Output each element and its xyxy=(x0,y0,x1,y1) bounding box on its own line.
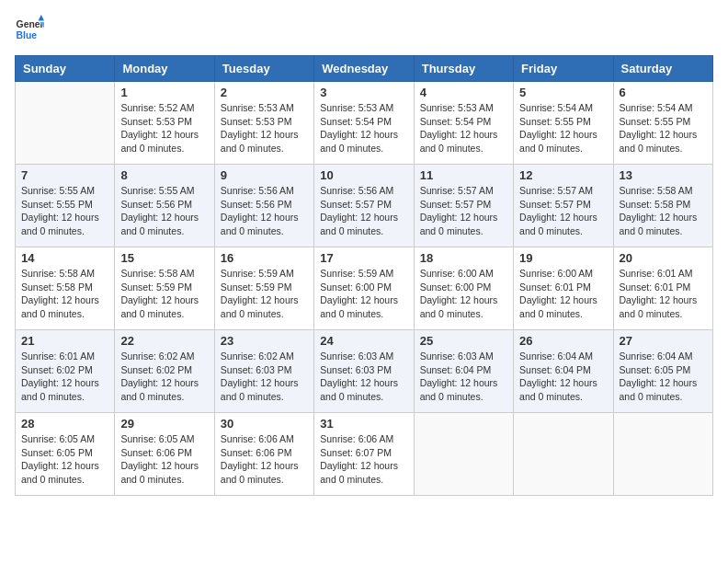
column-header-monday: Monday xyxy=(115,56,214,82)
day-number: 24 xyxy=(320,334,407,348)
calendar-cell: 2Sunrise: 5:53 AM Sunset: 5:53 PM Daylig… xyxy=(214,82,313,165)
calendar-cell: 10Sunrise: 5:56 AM Sunset: 5:57 PM Dayli… xyxy=(314,165,414,247)
calendar-cell: 6Sunrise: 5:54 AM Sunset: 5:55 PM Daylig… xyxy=(613,82,712,165)
calendar-cell: 28Sunrise: 6:05 AM Sunset: 6:05 PM Dayli… xyxy=(16,413,115,496)
day-info: Sunrise: 5:54 AM Sunset: 5:55 PM Dayligh… xyxy=(620,101,707,155)
day-info: Sunrise: 6:00 AM Sunset: 6:01 PM Dayligh… xyxy=(519,267,607,321)
day-info: Sunrise: 5:55 AM Sunset: 5:55 PM Dayligh… xyxy=(21,184,108,238)
day-info: Sunrise: 6:04 AM Sunset: 6:05 PM Dayligh… xyxy=(620,350,707,404)
day-number: 31 xyxy=(320,417,407,431)
calendar-cell: 4Sunrise: 5:53 AM Sunset: 5:54 PM Daylig… xyxy=(414,82,513,165)
calendar-cell: 23Sunrise: 6:02 AM Sunset: 6:03 PM Dayli… xyxy=(214,330,313,413)
day-number: 15 xyxy=(120,251,208,265)
day-number: 30 xyxy=(221,417,308,431)
calendar-cell: 19Sunrise: 6:00 AM Sunset: 6:01 PM Dayli… xyxy=(514,247,613,330)
column-header-sunday: Sunday xyxy=(16,56,115,82)
day-number: 12 xyxy=(519,168,607,182)
day-info: Sunrise: 5:58 AM Sunset: 5:59 PM Dayligh… xyxy=(120,267,208,321)
calendar-table: SundayMondayTuesdayWednesdayThursdayFrid… xyxy=(15,55,713,496)
day-number: 28 xyxy=(21,417,108,431)
day-info: Sunrise: 6:03 AM Sunset: 6:04 PM Dayligh… xyxy=(420,350,507,404)
day-number: 29 xyxy=(120,417,208,431)
day-info: Sunrise: 6:02 AM Sunset: 6:03 PM Dayligh… xyxy=(221,350,308,404)
calendar-cell: 22Sunrise: 6:02 AM Sunset: 6:02 PM Dayli… xyxy=(115,330,214,413)
day-info: Sunrise: 6:04 AM Sunset: 6:04 PM Dayligh… xyxy=(519,350,607,404)
day-number: 20 xyxy=(620,251,707,265)
calendar-cell xyxy=(414,413,513,496)
day-number: 21 xyxy=(21,334,108,348)
calendar-cell: 8Sunrise: 5:55 AM Sunset: 5:56 PM Daylig… xyxy=(115,165,214,247)
svg-text:General: General xyxy=(17,19,44,29)
calendar-cell: 13Sunrise: 5:58 AM Sunset: 5:58 PM Dayli… xyxy=(613,165,712,247)
day-info: Sunrise: 6:03 AM Sunset: 6:03 PM Dayligh… xyxy=(320,350,407,404)
day-info: Sunrise: 5:55 AM Sunset: 5:56 PM Dayligh… xyxy=(120,184,208,238)
day-number: 10 xyxy=(320,168,407,182)
calendar-cell xyxy=(613,413,712,496)
week-row-5: 28Sunrise: 6:05 AM Sunset: 6:05 PM Dayli… xyxy=(16,413,713,496)
day-number: 8 xyxy=(120,168,208,182)
calendar-cell: 21Sunrise: 6:01 AM Sunset: 6:02 PM Dayli… xyxy=(16,330,115,413)
day-number: 26 xyxy=(519,334,607,348)
day-info: Sunrise: 5:58 AM Sunset: 5:58 PM Dayligh… xyxy=(21,267,108,321)
day-number: 11 xyxy=(420,168,507,182)
calendar-cell: 24Sunrise: 6:03 AM Sunset: 6:03 PM Dayli… xyxy=(314,330,414,413)
day-info: Sunrise: 6:05 AM Sunset: 6:05 PM Dayligh… xyxy=(21,432,108,487)
logo: General Blue xyxy=(15,15,44,44)
day-number: 27 xyxy=(620,334,707,348)
day-info: Sunrise: 5:58 AM Sunset: 5:58 PM Dayligh… xyxy=(620,184,707,238)
calendar-cell: 29Sunrise: 6:05 AM Sunset: 6:06 PM Dayli… xyxy=(115,413,214,496)
day-info: Sunrise: 5:56 AM Sunset: 5:57 PM Dayligh… xyxy=(320,184,407,238)
week-row-1: 1Sunrise: 5:52 AM Sunset: 5:53 PM Daylig… xyxy=(16,82,713,165)
page-header: General Blue xyxy=(15,15,713,44)
day-number: 2 xyxy=(221,86,308,99)
day-info: Sunrise: 6:01 AM Sunset: 6:02 PM Dayligh… xyxy=(21,350,108,404)
day-info: Sunrise: 5:52 AM Sunset: 5:53 PM Dayligh… xyxy=(120,101,208,155)
calendar-cell: 5Sunrise: 5:54 AM Sunset: 5:55 PM Daylig… xyxy=(514,82,613,165)
svg-marker-2 xyxy=(39,15,44,20)
svg-text:Blue: Blue xyxy=(17,30,38,40)
column-header-tuesday: Tuesday xyxy=(214,56,313,82)
calendar-cell: 1Sunrise: 5:52 AM Sunset: 5:53 PM Daylig… xyxy=(115,82,214,165)
calendar-cell: 20Sunrise: 6:01 AM Sunset: 6:01 PM Dayli… xyxy=(613,247,712,330)
day-number: 18 xyxy=(420,251,507,265)
day-info: Sunrise: 5:54 AM Sunset: 5:55 PM Dayligh… xyxy=(519,101,607,155)
day-info: Sunrise: 6:06 AM Sunset: 6:07 PM Dayligh… xyxy=(320,432,407,487)
day-info: Sunrise: 5:53 AM Sunset: 5:54 PM Dayligh… xyxy=(420,101,507,155)
day-number: 1 xyxy=(120,86,208,99)
column-header-thursday: Thursday xyxy=(414,56,513,82)
logo-icon: General Blue xyxy=(15,15,44,44)
day-info: Sunrise: 6:06 AM Sunset: 6:06 PM Dayligh… xyxy=(221,432,308,487)
day-info: Sunrise: 5:56 AM Sunset: 5:56 PM Dayligh… xyxy=(221,184,308,238)
calendar-cell: 7Sunrise: 5:55 AM Sunset: 5:55 PM Daylig… xyxy=(16,165,115,247)
day-number: 3 xyxy=(320,86,407,99)
calendar-cell: 12Sunrise: 5:57 AM Sunset: 5:57 PM Dayli… xyxy=(514,165,613,247)
calendar-cell: 11Sunrise: 5:57 AM Sunset: 5:57 PM Dayli… xyxy=(414,165,513,247)
day-number: 5 xyxy=(519,86,607,99)
day-number: 16 xyxy=(221,251,308,265)
calendar-cell: 3Sunrise: 5:53 AM Sunset: 5:54 PM Daylig… xyxy=(314,82,414,165)
calendar-cell: 15Sunrise: 5:58 AM Sunset: 5:59 PM Dayli… xyxy=(115,247,214,330)
day-info: Sunrise: 5:59 AM Sunset: 6:00 PM Dayligh… xyxy=(320,267,407,321)
day-info: Sunrise: 5:57 AM Sunset: 5:57 PM Dayligh… xyxy=(420,184,507,238)
day-info: Sunrise: 5:53 AM Sunset: 5:54 PM Dayligh… xyxy=(320,101,407,155)
calendar-header-row: SundayMondayTuesdayWednesdayThursdayFrid… xyxy=(16,56,713,82)
calendar-cell xyxy=(16,82,115,165)
day-number: 22 xyxy=(120,334,208,348)
day-info: Sunrise: 6:01 AM Sunset: 6:01 PM Dayligh… xyxy=(620,267,707,321)
day-number: 25 xyxy=(420,334,507,348)
day-info: Sunrise: 5:57 AM Sunset: 5:57 PM Dayligh… xyxy=(519,184,607,238)
column-header-friday: Friday xyxy=(514,56,613,82)
column-header-wednesday: Wednesday xyxy=(314,56,414,82)
day-number: 7 xyxy=(21,168,108,182)
day-number: 4 xyxy=(420,86,507,99)
day-number: 14 xyxy=(21,251,108,265)
week-row-4: 21Sunrise: 6:01 AM Sunset: 6:02 PM Dayli… xyxy=(16,330,713,413)
calendar-cell xyxy=(514,413,613,496)
day-number: 9 xyxy=(221,168,308,182)
calendar-cell: 26Sunrise: 6:04 AM Sunset: 6:04 PM Dayli… xyxy=(514,330,613,413)
day-number: 19 xyxy=(519,251,607,265)
calendar-cell: 27Sunrise: 6:04 AM Sunset: 6:05 PM Dayli… xyxy=(613,330,712,413)
calendar-cell: 17Sunrise: 5:59 AM Sunset: 6:00 PM Dayli… xyxy=(314,247,414,330)
day-info: Sunrise: 6:02 AM Sunset: 6:02 PM Dayligh… xyxy=(120,350,208,404)
week-row-3: 14Sunrise: 5:58 AM Sunset: 5:58 PM Dayli… xyxy=(16,247,713,330)
